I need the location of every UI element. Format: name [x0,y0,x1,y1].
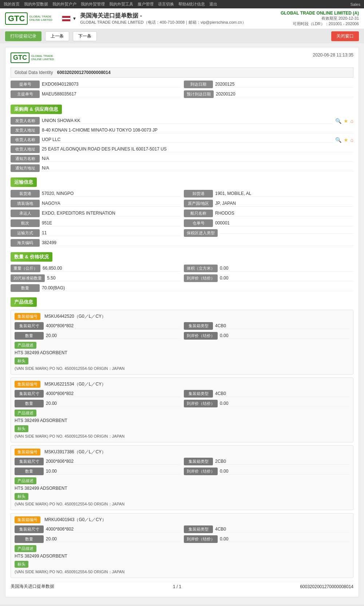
plan-arrive-label: 预计到达日期 [184,90,214,98]
nav-management[interactable]: 我的外贸管理 [81,1,105,7]
logistics-grid: 装货港 57020, NINGPO 卸货港 1901, MOBILE, AL 填… [11,190,353,237]
container-no-label-2: 集装箱编号 [15,449,40,456]
header-left: GTC GLOBAL TRADE ONLINE LIMITED ▼ 美国海关进口… [5,12,246,25]
price-value-2: 0.00 [220,469,349,474]
master-bill-label: 主提单号 [11,90,40,98]
page-title: 美国海关进口提单数据 - [80,12,246,20]
type-value-3: 4CB0 [215,527,349,532]
bottom-toolbar: 打印提箱记录 上一条 下一条 关闭窗口 [0,605,364,606]
nav-trade-data[interactable]: 我的外贸数据 [24,1,48,7]
consignee-name-value: UOP LLC [42,137,333,143]
arrive-date-value: 20200125 [215,82,353,87]
record-logo-text: GTC [11,52,29,63]
container-detail-2: 集装箱尺寸 2000*806*802 集装箱类型 2CB0 数量 10.00 到… [15,458,349,475]
qty-value: 70.00(BAG) [42,285,353,291]
qty-label-3: 数量 [15,535,44,543]
nav-logout[interactable]: 退出 [209,1,217,7]
shipper-addr-value: 8-40 KONAN 1-CHIOME MINATO-KU TOKYO 108-… [42,128,353,133]
container-block-0: 集装箱编号 MSKU6442520（G0／L／CY） 集装箱尺寸 4000*80… [11,310,353,375]
nav-items: 我的首页 我的外贸数据 我的外贸户户 我的外贸管理 我的外贸工具 服户管理 语言… [4,1,217,7]
home-icon-2[interactable]: ⌂ [351,137,353,143]
marks-title-1: 标头 [15,425,28,432]
price-label-1: 到岸价（结价） [184,400,218,407]
ftz-row: 保税区进入类型 [184,229,353,237]
record-logo-sub: GLOBAL TRADE ONLINE LIMITED [31,55,60,61]
volume-label: 体积（立方米） [184,265,218,272]
origin-label: 原产国/地区 [184,200,213,207]
price-row-3: 到岸价（结价） 0.00 [184,535,349,543]
price-value-1: 0.00 [220,401,349,407]
customs-label: 海关编码 [11,239,40,247]
loading-port-label: 装货港 [11,190,40,198]
header-right: GLOBAL TRADE ONLINE LIMITED (A) 有效期至 202… [281,11,359,27]
qty-value-3: 20.00 [46,536,180,542]
container-block-1: 集装箱编号 MSKU6221534（G0／L／CY） 集装箱尺寸 4000*80… [11,378,353,442]
type-label-0: 集装箱类型 [184,322,213,330]
weight-row: 重量（公斤） 66,850.00 [11,265,180,272]
global-id-value: 6003202001270000008014 [57,70,111,75]
master-bill-value: MAEU588035617 [42,91,180,97]
print-button[interactable]: 打印提箱记录 [5,31,41,41]
flag-arrow[interactable]: ▼ [72,16,76,21]
type-value-0: 4CB0 [215,323,349,329]
unit-price-value: 0.00 [220,275,353,281]
star-icon[interactable]: ★ [344,118,348,124]
bill-serial-row: 仓单号 000001 [184,219,353,227]
size-row-3: 集装箱尺寸 4000*806*802 [15,525,180,533]
ftz-label: 保税区进入类型 [184,229,218,237]
nav-accounts[interactable]: 服户管理 [138,1,154,7]
qty-label-1: 数量 [15,400,44,407]
packing-place-row: 填装场地 NAGOYA [11,200,180,207]
unloading-port-value: 1901, MOBILE, AL [215,191,353,197]
container20-row: 20尺标准箱数量 5.50 [11,274,180,282]
plan-arrive-row: 预计到达日期 20200120 [184,90,353,98]
prev-button[interactable]: 上一条 [45,31,69,41]
page-header: GTC GLOBAL TRADE ONLINE LIMITED ▼ 美国海关进口… [0,8,364,29]
type-row-0: 集装箱类型 4CB0 [184,322,349,330]
nav-customers[interactable]: 我的外贸户户 [52,1,76,7]
card-footer-row: 美国海关进口提单数据 1 / 1 6003202001270000008014 [11,581,353,592]
bill-serial-value: 000001 [215,220,353,226]
voyage-label: 航次 [11,219,40,227]
notify-addr-label: 通知方地址 [11,164,40,172]
price-row-0: 到岸价（结价） 0.00 [184,332,349,340]
nav-tools[interactable]: 我的外贸工具 [109,1,133,7]
desc-title-2: 产品描述 [15,477,36,484]
arrive-date-row: 到达日期 20200125 [184,81,353,88]
home-icon[interactable]: ⌂ [351,118,353,124]
qty-row-1: 数量 20.00 [15,400,180,407]
desc-block-3: 产品描述 HTS 382499 ADSORBENT [15,545,349,559]
quantity-section-header: 数量 & 价格状况 [11,252,52,262]
next-button[interactable]: 下一条 [73,31,97,41]
marks-block-3: 标头 (VAN SIDE MARK) PO NO. 4500912554-50 … [15,561,349,575]
nav-language[interactable]: 语言切换 [158,1,174,7]
vessel-row: 船只名称 RHODOS [184,210,353,217]
main-content: GTC GLOBAL TRADE ONLINE LIMITED 2020-06-… [0,43,364,605]
type-row-2: 集装箱类型 2CB0 [184,458,349,465]
search-icon-2[interactable]: 🔍 [335,137,341,143]
shipper-name-label: 发货人名称 [11,117,40,125]
volume-row: 体积（立方米） 0.00 [184,265,353,272]
type-value-2: 2CB0 [215,459,349,465]
origin-row: 原产国/地区 JP, JAPAN [184,200,353,207]
price-label-0: 到岸价（结价） [184,332,218,340]
bill-serial-label: 仓单号 [184,219,213,227]
container-no-row-1: 集装箱编号 MSKU6221534（G0／L／CY） [15,381,349,388]
container-block-2: 集装箱编号 MSKU3917386（G0／L／CY） 集装箱尺寸 2000*80… [11,445,353,510]
star-icon-2[interactable]: ★ [344,137,348,143]
desc-text-3: HTS 382499 ADSORBENT [15,554,349,559]
container-no-row-2: 集装箱编号 MSKU3917386（G0／L／CY） [15,449,349,456]
consignee-name-label: 收货人名称 [11,136,40,144]
shipper-name-value: UNION SHOWA KK [42,118,333,124]
nav-help[interactable]: 帮助&统计信息 [178,1,205,7]
marks-title-3: 标头 [15,561,28,568]
ldr-info: 可用时段（LDR）：201001 - 202006 [281,21,359,27]
notify-name-row: 通知方名称 N/A [11,155,353,163]
container-detail-3: 集装箱尺寸 4000*806*802 集装箱类型 4CB0 数量 20.00 到… [15,525,349,543]
nav-home[interactable]: 我的首页 [4,1,20,7]
desc-title-0: 产品描述 [15,342,36,349]
desc-title-3: 产品描述 [15,545,36,552]
close-button[interactable]: 关闭窗口 [331,31,359,41]
qty-value-1: 20.00 [46,401,180,407]
search-icon[interactable]: 🔍 [335,118,341,124]
